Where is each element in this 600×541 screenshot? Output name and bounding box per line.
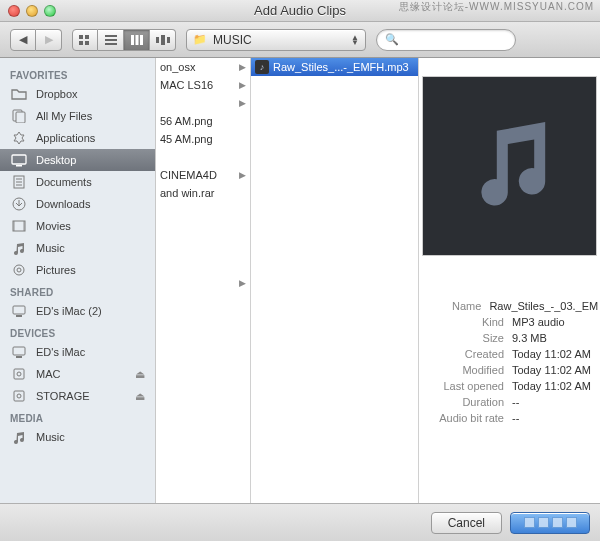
sidebar: FAVORITESDropboxAll My FilesApplications… — [0, 58, 156, 503]
meta-key: Modified — [419, 364, 504, 376]
sidebar-item-label: ED's iMac (2) — [36, 305, 102, 317]
sidebar-item-movies[interactable]: Movies — [0, 215, 155, 237]
folder-icon: 📁 — [193, 33, 207, 46]
sidebar-item-ed-s-imac[interactable]: ED's iMac — [0, 341, 155, 363]
sidebar-item-dropbox[interactable]: Dropbox — [0, 83, 155, 105]
column-item[interactable]: MAC LS16▶ — [156, 76, 250, 94]
search-field[interactable]: 🔍 — [376, 29, 516, 51]
sidebar-item-documents[interactable]: Documents — [0, 171, 155, 193]
pictures-icon — [10, 262, 28, 278]
sidebar-item-storage[interactable]: STORAGE⏏ — [0, 385, 155, 407]
cancel-button[interactable]: Cancel — [431, 512, 502, 534]
meta-value: Today 11:02 AM — [512, 364, 591, 376]
meta-row: Duration-- — [419, 394, 598, 410]
eject-icon[interactable]: ⏏ — [135, 390, 145, 403]
svg-point-32 — [17, 372, 21, 376]
column-item[interactable]: on_osx▶ — [156, 58, 250, 76]
file-metadata: NameRaw_Stiles_-_03._EMFH.mp3KindMP3 aud… — [419, 298, 600, 426]
view-segment — [72, 29, 176, 51]
view-column-button[interactable] — [124, 29, 150, 51]
browser-content: FAVORITESDropboxAll My FilesApplications… — [0, 58, 600, 503]
svg-rect-7 — [131, 35, 134, 45]
svg-rect-31 — [14, 369, 24, 379]
svg-rect-2 — [79, 41, 83, 45]
chevron-right-icon: ▶ — [239, 278, 246, 288]
svg-rect-23 — [13, 221, 15, 231]
sidebar-item-applications[interactable]: Applications — [0, 127, 155, 149]
column-item[interactable]: 56 AM.png — [156, 112, 250, 130]
svg-rect-11 — [161, 35, 165, 45]
svg-rect-9 — [140, 35, 143, 45]
meta-row: CreatedToday 11:02 AM — [419, 346, 598, 362]
column-item[interactable]: ♪Raw_Stiles_...-_EMFH.mp3 — [251, 58, 418, 76]
svg-point-34 — [17, 394, 21, 398]
svg-point-26 — [17, 268, 21, 272]
sidebar-item-label: Music — [36, 242, 65, 254]
window-titlebar: Add Audio Clips 思缘设计论坛-WWW.MISSYUAN.COM — [0, 0, 600, 22]
chevron-right-icon: ▶ — [239, 170, 246, 180]
watermark-text: 思缘设计论坛-WWW.MISSYUAN.COM — [399, 0, 594, 14]
sidebar-item-label: Music — [36, 431, 65, 443]
dialog-footer: Cancel — [0, 503, 600, 541]
meta-key: Kind — [419, 316, 504, 328]
meta-row: Size9.3 MB — [419, 330, 598, 346]
column-item: ▶ — [156, 274, 250, 292]
sidebar-header: DEVICES — [0, 322, 155, 341]
sidebar-item-mac[interactable]: MAC⏏ — [0, 363, 155, 385]
column-item — [156, 202, 250, 220]
view-list-button[interactable] — [98, 29, 124, 51]
meta-key: Duration — [419, 396, 504, 408]
sidebar-item-downloads[interactable]: Downloads — [0, 193, 155, 215]
svg-rect-29 — [13, 347, 25, 355]
sidebar-item-label: Dropbox — [36, 88, 78, 100]
computer-icon — [10, 303, 28, 319]
audio-file-icon: ♪ — [255, 60, 269, 74]
sidebar-item-music[interactable]: Music — [0, 426, 155, 448]
svg-point-25 — [14, 265, 24, 275]
folder-icon — [10, 86, 28, 102]
meta-value: -- — [512, 412, 519, 424]
column-item — [156, 148, 250, 166]
item-label: on_osx — [160, 61, 195, 73]
column-item[interactable]: 45 AM.png — [156, 130, 250, 148]
sidebar-item-ed-s-imac-2-[interactable]: ED's iMac (2) — [0, 300, 155, 322]
chevron-right-icon: ▶ — [239, 62, 246, 72]
meta-value: Today 11:02 AM — [512, 348, 591, 360]
sidebar-item-label: STORAGE — [36, 390, 90, 402]
forward-button[interactable]: ▶ — [36, 29, 62, 51]
item-label: CINEMA4D — [160, 169, 217, 181]
view-coverflow-button[interactable] — [150, 29, 176, 51]
column-item[interactable]: CINEMA4D▶ — [156, 166, 250, 184]
sidebar-item-all-my-files[interactable]: All My Files — [0, 105, 155, 127]
preview-pane: NameRaw_Stiles_-_03._EMFH.mp3KindMP3 aud… — [419, 58, 600, 503]
music-note-icon — [455, 111, 565, 221]
back-button[interactable]: ◀ — [10, 29, 36, 51]
search-input[interactable] — [403, 34, 507, 46]
item-label: 56 AM.png — [160, 115, 213, 127]
column-item — [156, 256, 250, 274]
sidebar-item-label: Downloads — [36, 198, 90, 210]
svg-rect-15 — [12, 155, 26, 164]
column-item[interactable]: and win.rar — [156, 184, 250, 202]
eject-icon[interactable]: ⏏ — [135, 368, 145, 381]
meta-value: Raw_Stiles_-_03._EMFH.mp3 — [489, 300, 598, 312]
chevron-right-icon: ▶ — [239, 80, 246, 90]
meta-row: ModifiedToday 11:02 AM — [419, 362, 598, 378]
sidebar-item-music[interactable]: Music — [0, 237, 155, 259]
item-label: MAC LS16 — [160, 79, 213, 91]
path-label: MUSIC — [213, 33, 345, 47]
svg-rect-8 — [135, 35, 138, 45]
item-label: Raw_Stiles_...-_EMFH.mp3 — [273, 61, 409, 73]
open-button[interactable] — [510, 512, 590, 534]
nav-segment: ◀ ▶ — [10, 29, 62, 51]
search-icon: 🔍 — [385, 33, 399, 46]
preview-thumbnail — [422, 76, 597, 256]
column-2: ♪Raw_Stiles_...-_EMFH.mp3 — [251, 58, 419, 503]
sidebar-item-pictures[interactable]: Pictures — [0, 259, 155, 281]
path-popup[interactable]: 📁 MUSIC ▲▼ — [186, 29, 366, 51]
sidebar-header: MEDIA — [0, 407, 155, 426]
sidebar-item-desktop[interactable]: Desktop — [0, 149, 155, 171]
view-icon-button[interactable] — [72, 29, 98, 51]
sidebar-item-label: Desktop — [36, 154, 76, 166]
column-item — [156, 238, 250, 256]
